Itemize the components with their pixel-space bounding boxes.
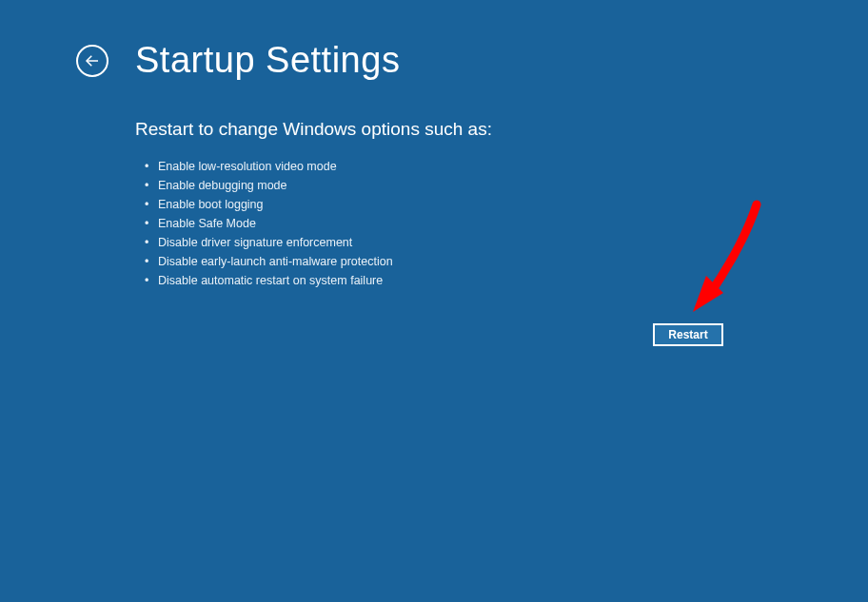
list-item: Disable automatic restart on system fail… xyxy=(148,271,868,290)
options-list: Enable low-resolution video mode Enable … xyxy=(135,157,868,290)
list-item: Enable debugging mode xyxy=(148,176,868,195)
list-item: Disable driver signature enforcement xyxy=(148,233,868,252)
content-area: Restart to change Windows options such a… xyxy=(0,81,868,290)
page-title: Startup Settings xyxy=(135,40,400,81)
list-item: Enable Safe Mode xyxy=(148,214,868,233)
list-item: Disable early-launch anti-malware protec… xyxy=(148,252,868,271)
subtitle-text: Restart to change Windows options such a… xyxy=(135,119,868,140)
back-button[interactable] xyxy=(76,45,108,77)
page-header: Startup Settings xyxy=(0,0,868,81)
arrow-left-icon xyxy=(84,52,101,69)
list-item: Enable low-resolution video mode xyxy=(148,157,868,176)
restart-button[interactable]: Restart xyxy=(653,323,723,346)
list-item: Enable boot logging xyxy=(148,195,868,214)
